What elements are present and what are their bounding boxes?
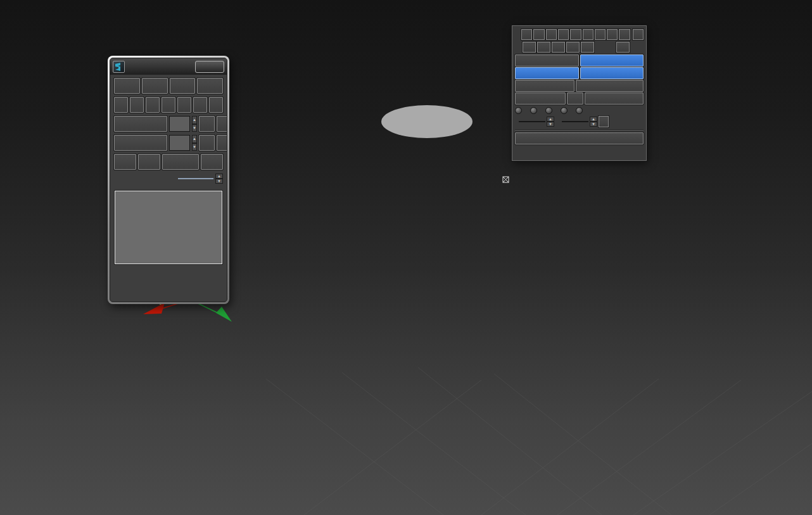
weight-plus-button[interactable] [199,116,215,132]
preset-1-button[interactable] [209,97,223,113]
show-bone-button[interactable] [580,67,644,79]
help-icon[interactable] [616,42,630,53]
divider [515,129,644,130]
hide-show-model-button[interactable] [515,54,579,67]
shrink-button[interactable] [114,78,140,94]
scale-weight-input[interactable] [169,135,190,151]
r-button[interactable] [533,29,544,40]
unfreeze-model-button[interactable] [580,54,644,67]
viewport-3d[interactable]: ▲▼ ▲▼ ▲▼ [0,0,812,515]
set-range-button[interactable] [599,116,609,127]
bone-tools-panel[interactable]: ▲▼ ▲▼ [512,25,647,161]
start-spinner[interactable]: ▲▼ [547,117,554,127]
tool-button[interactable] [523,42,536,53]
paste-button[interactable] [138,154,160,170]
hide-show-bones-button[interactable] [576,80,644,92]
copy-button[interactable] [114,154,136,170]
max-logo-icon [113,61,125,73]
radio-speed-0[interactable] [515,107,522,114]
close-icon[interactable] [195,61,224,73]
float-button[interactable] [595,29,606,40]
x-axis-arrow[interactable] [143,303,165,314]
scale-weight-spinner[interactable]: ▲▼ [192,135,197,151]
radio-speed-4[interactable] [576,107,583,114]
set-weight-button[interactable] [114,116,167,132]
radio-speed-1[interactable] [530,107,537,114]
set-weight-spinner[interactable]: ▲▼ [192,116,197,132]
set-weight-input[interactable] [169,116,190,132]
weight-tool-titlebar[interactable] [110,58,227,75]
show-cs-button[interactable] [515,67,579,79]
weight-tool-dialog[interactable]: ▲▼ ▲▼ ▲▼ [108,56,229,304]
frame-button[interactable] [558,29,569,40]
preset-075-button[interactable] [177,97,191,113]
scale-weight-button[interactable] [114,135,167,151]
clear-end-bones-button[interactable] [585,92,644,105]
radio-speed-2[interactable] [545,107,552,114]
create-end-bones-button[interactable] [515,92,566,105]
scale-plus-button[interactable] [199,135,215,151]
copy-button[interactable] [583,29,593,40]
bone-button[interactable] [567,92,583,105]
preset-01-button[interactable] [130,97,144,113]
scale-minus-button[interactable] [217,135,227,151]
blend-button[interactable] [201,154,223,170]
load-button[interactable] [546,29,557,40]
save-button[interactable] [521,29,532,40]
y-axis-arrow[interactable] [216,307,232,322]
radio-speed-3[interactable] [561,107,568,114]
preset-05-button[interactable] [162,97,175,113]
tolerance-input[interactable] [178,178,213,179]
grow-button[interactable] [142,78,168,94]
check-button[interactable] [607,29,618,40]
preset-09-button[interactable] [193,97,207,113]
paste-pose-button[interactable] [162,154,199,170]
view-button[interactable] [515,132,644,144]
weight-minus-button[interactable] [217,116,227,132]
render-button[interactable] [581,42,594,53]
preset-0-button[interactable] [114,97,128,113]
ring-button[interactable] [170,78,196,94]
neck-opening [381,105,473,138]
box-button[interactable] [515,80,574,92]
home-grid [266,367,812,515]
preset-025-button[interactable] [146,97,160,113]
end-spinner[interactable]: ▲▼ [590,117,597,127]
bone-weights-list[interactable] [115,191,222,264]
script-button[interactable] [552,42,565,53]
mirror-button[interactable] [619,29,630,40]
inspect-button[interactable] [566,42,580,53]
close-icon[interactable] [633,29,644,40]
selected-vertex-marker[interactable] [503,177,509,182]
end-input[interactable] [562,121,588,122]
loop-button[interactable] [197,78,223,94]
tolerance-spinner[interactable]: ▲▼ [215,174,223,184]
export-button[interactable] [537,42,550,53]
skin-button[interactable] [570,29,581,40]
start-input[interactable] [519,121,545,122]
